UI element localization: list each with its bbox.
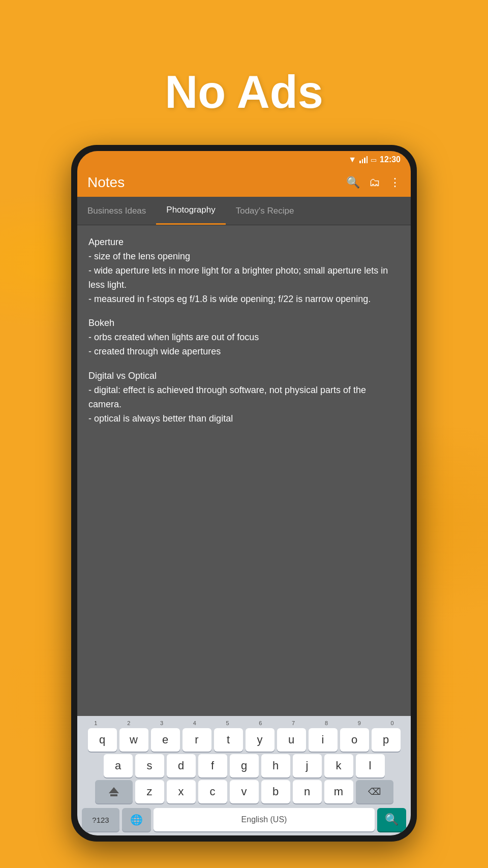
tab-todays-recipe[interactable]: Today's Recipe (226, 198, 304, 224)
keyboard: 1 2 3 4 5 6 7 8 9 0 q w e r t y u i (77, 716, 411, 835)
num-5: 5 (213, 720, 242, 726)
key-j[interactable]: j (293, 754, 322, 777)
note-digital-section: Digital vs Optical - digital: effect is … (88, 369, 400, 426)
note-aperture-section: Aperture - size of the lens opening - wi… (88, 235, 400, 306)
battery-icon: ▭ (371, 156, 377, 164)
search-icon[interactable]: 🔍 (346, 176, 360, 189)
key-l[interactable]: l (356, 754, 385, 777)
num-2: 2 (114, 720, 143, 726)
key-e[interactable]: e (151, 728, 180, 752)
key-u[interactable]: u (277, 728, 306, 752)
shift-icon (109, 787, 119, 796)
key-x[interactable]: x (167, 780, 196, 803)
wifi-icon: ▼ (348, 155, 356, 164)
tabs-bar: Business Ideas Photography Today's Recip… (77, 197, 411, 225)
num-0: 0 (378, 720, 407, 726)
more-options-icon[interactable]: ⋮ (389, 176, 401, 189)
search-key[interactable]: 🔍 (377, 808, 406, 831)
header-icons: 🔍 🗂 ⋮ (346, 176, 401, 189)
keyboard-number-row: 1 2 3 4 5 6 7 8 9 0 (79, 720, 409, 726)
num-8: 8 (312, 720, 341, 726)
key-w[interactable]: w (119, 728, 148, 752)
app-header: Notes 🔍 🗂 ⋮ (77, 168, 411, 197)
keyboard-row-3: z x c v b n m ⌫ (79, 780, 409, 803)
key-y[interactable]: y (246, 728, 274, 752)
key-g[interactable]: g (230, 754, 259, 777)
num-3: 3 (147, 720, 176, 726)
status-icons: ▼ ▭ 12:30 (348, 155, 401, 164)
keyboard-row-2: a s d f g h j k l (79, 754, 409, 777)
space-key[interactable]: English (US) (154, 808, 375, 831)
key-s[interactable]: s (135, 754, 164, 777)
key-i[interactable]: i (309, 728, 338, 752)
key-b[interactable]: b (261, 780, 290, 803)
phone-frame: ▼ ▭ 12:30 Notes 🔍 🗂 ⋮ (71, 145, 417, 842)
key-c[interactable]: c (198, 780, 227, 803)
globe-key[interactable]: 🌐 (122, 808, 151, 831)
keyboard-row-1: q w e r t y u i o p (79, 728, 409, 752)
key-f[interactable]: f (198, 754, 227, 777)
key-z[interactable]: z (135, 780, 164, 803)
numbers-key[interactable]: ?123 (82, 808, 119, 831)
note-content[interactable]: Aperture - size of the lens opening - wi… (77, 225, 411, 716)
num-9: 9 (345, 720, 374, 726)
tab-business-ideas[interactable]: Business Ideas (77, 198, 156, 224)
note-bokeh-section: Bokeh - orbs created when lights are out… (88, 316, 400, 359)
key-v[interactable]: v (230, 780, 259, 803)
hero-title: No Ads (0, 66, 488, 118)
key-n[interactable]: n (293, 780, 322, 803)
num-7: 7 (279, 720, 308, 726)
key-q[interactable]: q (88, 728, 117, 752)
key-m[interactable]: m (324, 780, 353, 803)
key-p[interactable]: p (372, 728, 401, 752)
status-bar: ▼ ▭ 12:30 (77, 151, 411, 168)
num-6: 6 (246, 720, 275, 726)
signal-icon (359, 156, 368, 163)
key-t[interactable]: t (214, 728, 243, 752)
phone-screen: ▼ ▭ 12:30 Notes 🔍 🗂 ⋮ (77, 151, 411, 835)
num-1: 1 (81, 720, 110, 726)
num-4: 4 (180, 720, 209, 726)
key-h[interactable]: h (261, 754, 290, 777)
key-k[interactable]: k (324, 754, 353, 777)
key-o[interactable]: o (340, 728, 369, 752)
key-a[interactable]: a (104, 754, 133, 777)
keyboard-bottom-row: ?123 🌐 English (US) 🔍 (79, 806, 409, 833)
tab-photography[interactable]: Photography (156, 197, 225, 225)
folder-icon[interactable]: 🗂 (369, 176, 380, 189)
app-title: Notes (87, 174, 346, 191)
key-d[interactable]: d (167, 754, 196, 777)
key-r[interactable]: r (182, 728, 211, 752)
delete-key[interactable]: ⌫ (356, 780, 393, 803)
status-time: 12:30 (380, 155, 401, 164)
shift-key[interactable] (95, 780, 133, 803)
